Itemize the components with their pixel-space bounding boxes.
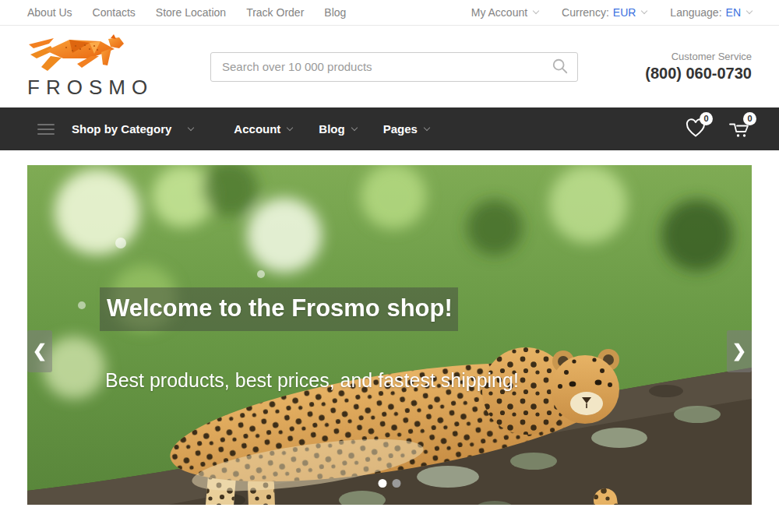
carousel-prev-button[interactable]: ❮ <box>27 330 52 372</box>
hero-subtitle: Best products, best prices, and fastest … <box>105 369 519 392</box>
chevron-down-icon <box>746 8 753 14</box>
main-navigation: Shop by Category Account Blog Pages 0 <box>0 107 779 150</box>
nav-item-pages[interactable]: Pages <box>383 122 429 136</box>
search-input[interactable] <box>210 52 578 82</box>
hero-title-box: Welcome to the Frosmo shop! <box>100 287 458 331</box>
hero-slider: Welcome to the Frosmo shop! Best product… <box>27 165 752 505</box>
my-account-label: My Account <box>471 6 527 19</box>
nav-item-blog[interactable]: Blog <box>319 122 356 136</box>
carousel-next-button[interactable]: ❯ <box>727 330 752 372</box>
link-about-us[interactable]: About Us <box>27 6 72 19</box>
nav-item-label: Pages <box>383 122 418 136</box>
my-account-dropdown[interactable]: My Account <box>471 6 538 19</box>
shop-by-category-menu[interactable]: Shop by Category <box>72 122 193 136</box>
cart-button[interactable]: 0 <box>727 116 752 143</box>
shop-by-category-label: Shop by Category <box>72 122 171 136</box>
header: FROSMO Customer Service (800) 060-0730 <box>0 26 779 107</box>
hero-image <box>27 165 752 505</box>
nav-menu: Account Blog Pages <box>234 122 429 136</box>
chevron-down-icon <box>188 125 194 131</box>
chevron-down-icon <box>351 125 357 131</box>
carousel-dots <box>379 479 401 488</box>
language-label: Language: <box>670 6 721 19</box>
logo[interactable]: FROSMO <box>27 33 210 100</box>
customer-service-label: Customer Service <box>578 51 752 62</box>
cart-count-badge: 0 <box>743 112 756 125</box>
currency-dropdown[interactable]: Currency: EUR <box>562 6 647 19</box>
topbar-links: About Us Contacts Store Location Track O… <box>27 6 346 19</box>
carousel-dot-2[interactable] <box>393 479 401 488</box>
link-contacts[interactable]: Contacts <box>93 6 136 19</box>
hero-title: Welcome to the Frosmo shop! <box>107 294 453 322</box>
phone-number: (800) 060-0730 <box>578 65 752 83</box>
currency-value: EUR <box>613 6 636 19</box>
chevron-down-icon <box>533 8 539 14</box>
topbar-controls: My Account Currency: EUR Language: EN <box>471 6 752 19</box>
link-track-order[interactable]: Track Order <box>246 6 304 19</box>
search-button[interactable] <box>550 58 570 78</box>
currency-label: Currency: <box>562 6 609 19</box>
chevron-left-icon: ❮ <box>33 341 47 361</box>
search-bar <box>210 52 578 82</box>
nav-item-label: Blog <box>319 122 344 136</box>
chevron-right-icon: ❯ <box>732 341 746 361</box>
nav-item-label: Account <box>234 122 280 136</box>
logo-text: FROSMO <box>27 76 210 100</box>
language-value: EN <box>726 6 741 19</box>
nav-icons: 0 0 <box>683 116 752 143</box>
chevron-down-icon <box>287 125 293 131</box>
wishlist-count-badge: 0 <box>700 112 713 125</box>
chevron-down-icon <box>641 8 647 14</box>
link-blog[interactable]: Blog <box>324 6 346 19</box>
carousel-dot-1[interactable] <box>379 479 387 488</box>
link-store-location[interactable]: Store Location <box>156 6 226 19</box>
customer-service: Customer Service (800) 060-0730 <box>578 51 752 83</box>
cheetah-logo-icon <box>27 33 127 74</box>
nav-item-account[interactable]: Account <box>234 122 292 136</box>
language-dropdown[interactable]: Language: EN <box>670 6 752 19</box>
hamburger-menu-icon[interactable] <box>37 124 55 135</box>
chevron-down-icon <box>424 125 430 131</box>
wishlist-button[interactable]: 0 <box>683 116 708 143</box>
topbar: About Us Contacts Store Location Track O… <box>0 0 779 26</box>
search-icon <box>552 58 569 75</box>
